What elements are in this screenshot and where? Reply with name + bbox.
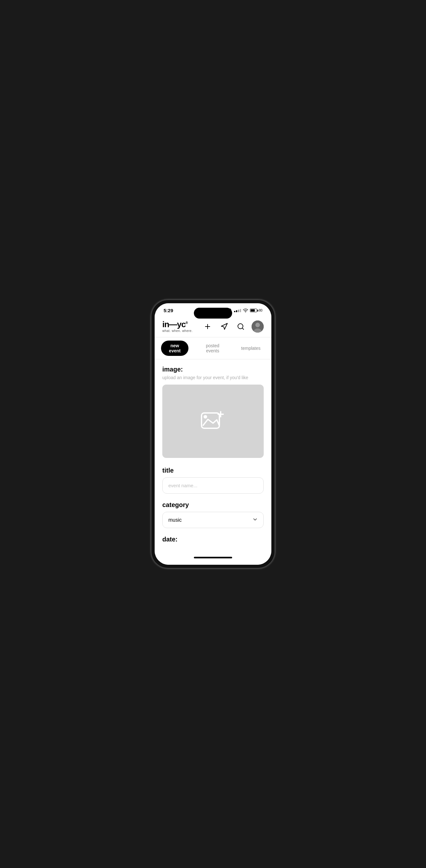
phone-screen: 5:29 bbox=[155, 303, 271, 565]
avatar-image bbox=[251, 320, 264, 333]
svg-point-11 bbox=[204, 415, 207, 418]
title-label: title bbox=[162, 467, 264, 474]
dynamic-island bbox=[194, 308, 232, 318]
battery-icon: 80 bbox=[250, 309, 263, 312]
add-event-button[interactable] bbox=[202, 321, 213, 332]
app-tagline: what. when. where. bbox=[162, 329, 192, 333]
phone-frame: 5:29 bbox=[151, 300, 275, 568]
category-section: category music sports arts food & drink … bbox=[162, 501, 264, 528]
plus-icon bbox=[204, 323, 211, 330]
add-image-icon bbox=[200, 408, 226, 435]
avatar[interactable] bbox=[251, 320, 264, 333]
logo-area: in—yc® what. when. where. bbox=[162, 320, 192, 333]
search-icon bbox=[237, 323, 245, 330]
svg-marker-4 bbox=[221, 323, 227, 330]
title-section: title bbox=[162, 467, 264, 494]
tab-posted-events[interactable]: posted events bbox=[196, 341, 229, 356]
svg-line-6 bbox=[242, 328, 244, 329]
status-time: 5:29 bbox=[163, 308, 173, 313]
image-section-label: image: bbox=[162, 366, 264, 373]
event-title-input[interactable] bbox=[162, 477, 264, 494]
tab-templates[interactable]: templates bbox=[237, 343, 265, 353]
status-icons: 80 bbox=[228, 308, 263, 313]
category-select-wrapper: music sports arts food & drink nightlife… bbox=[162, 512, 264, 528]
category-label: category bbox=[162, 501, 264, 508]
battery-percent: 80 bbox=[259, 309, 263, 312]
date-label: date: bbox=[162, 536, 264, 543]
signal-bars-icon bbox=[234, 309, 241, 312]
navigation-button[interactable] bbox=[218, 321, 230, 332]
navigation-icon bbox=[220, 323, 228, 330]
avatar-person-icon bbox=[251, 320, 264, 333]
category-select[interactable]: music sports arts food & drink nightlife… bbox=[162, 512, 264, 528]
image-section: image: upload an image for your event, i… bbox=[162, 366, 264, 458]
search-button[interactable] bbox=[235, 321, 246, 332]
svg-point-8 bbox=[255, 323, 260, 327]
svg-point-1 bbox=[245, 312, 246, 312]
tab-new-event[interactable]: new event bbox=[161, 341, 188, 356]
image-upload-button[interactable] bbox=[162, 384, 264, 458]
wifi-icon bbox=[243, 308, 248, 313]
image-section-hint: upload an image for your event, if you'd… bbox=[162, 375, 264, 380]
home-indicator bbox=[194, 557, 232, 558]
app-header: in—yc® what. when. where. bbox=[155, 316, 271, 337]
app-logo: in—yc® bbox=[162, 320, 192, 329]
date-section: date: bbox=[162, 536, 264, 543]
content-area: image: upload an image for your event, i… bbox=[155, 360, 271, 565]
header-icons bbox=[202, 320, 264, 333]
tabs-bar: new event posted events templates bbox=[155, 337, 271, 360]
